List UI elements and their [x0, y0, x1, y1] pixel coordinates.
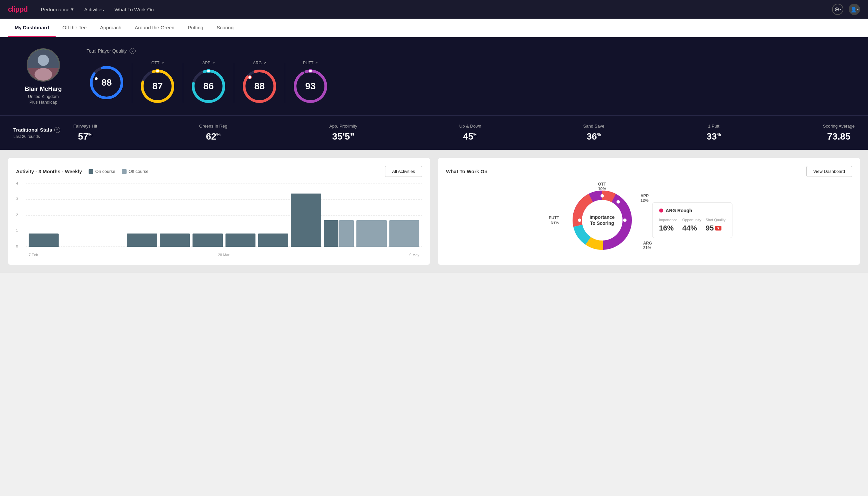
arrow-icon: ↗ [315, 61, 318, 65]
chevron-down-icon: ▾ [839, 7, 841, 11]
x-axis: 7 Feb 28 Mar 9 May [26, 253, 422, 257]
svg-point-24 [617, 200, 620, 203]
tab-scoring[interactable]: Scoring [210, 19, 240, 37]
gauge-putt: PUTT ↗ 93 [290, 61, 330, 105]
stats-header: Total Player Quality ? [86, 48, 855, 54]
info-card-grid: Importance 16% Opportunity 44% Shot Qual… [659, 218, 726, 233]
opportunity-col: Opportunity 44% [682, 218, 703, 233]
x-label-feb: 7 Feb [29, 253, 38, 257]
donut-center: Importance To Scoring [589, 214, 615, 226]
stat-scoring-average: Scoring Average 73.85 [823, 124, 855, 142]
bar-on-course [324, 220, 338, 247]
bar-group-5 [192, 233, 222, 247]
player-info: Blair McHarg United Kingdom Plus Handica… [13, 48, 73, 105]
bar-off-course [339, 220, 354, 247]
divider [132, 63, 132, 103]
chevron-down-icon: ▾ [71, 6, 74, 12]
gauge-arg: ARG ↗ 88 [239, 61, 280, 105]
tab-approach[interactable]: Approach [93, 19, 128, 37]
bar-on-course [192, 233, 222, 247]
nav-activities[interactable]: Activities [84, 0, 104, 18]
card-dot [659, 208, 663, 213]
svg-point-18 [309, 69, 312, 73]
gauge-row: 88 OTT ↗ 87 [86, 61, 855, 105]
tab-putting[interactable]: Putting [181, 19, 210, 37]
all-activities-button[interactable]: All Activities [385, 166, 422, 177]
bar-group-8 [291, 193, 321, 247]
hero-section: Blair McHarg United Kingdom Plus Handica… [0, 37, 868, 115]
chevron-down-icon: ▾ [857, 7, 859, 11]
arrow-icon: ↗ [161, 61, 164, 65]
nav-what-to-work-on[interactable]: What To Work On [114, 0, 154, 18]
bar-off-course [357, 220, 386, 247]
stat-fairways-hit: Fairways Hit 57% [73, 124, 97, 142]
bar-off-course [389, 220, 419, 247]
bar-group-10 [357, 220, 386, 247]
help-icon[interactable]: ? [54, 127, 60, 133]
trad-stats-row: Fairways Hit 57% Greens In Reg 62% App. … [73, 124, 855, 142]
donut-area: Importance To Scoring OTT 10% APP 12% AR… [446, 184, 852, 257]
avatar [27, 48, 60, 82]
arrow-icon: ↗ [263, 61, 266, 65]
chart-legend: On course Off course [89, 169, 148, 174]
divider [285, 63, 285, 103]
tab-off-the-tee[interactable]: Off the Tee [56, 19, 93, 37]
arg-rough-info-card: ARG Rough Importance 16% Opportunity 44%… [652, 202, 733, 238]
putt-outer-label: PUTT 57% [549, 216, 559, 225]
divider [183, 63, 183, 103]
activity-panel-header: Activity - 3 Months - Weekly On course O… [16, 166, 422, 177]
bottom-panels: Activity - 3 Months - Weekly On course O… [0, 150, 868, 273]
legend-on-course: On course [89, 169, 115, 174]
down-arrow-badge: ▼ [715, 226, 722, 231]
bar-group-4 [160, 233, 190, 247]
traditional-stats-section: Traditional Stats ? Last 20 rounds Fairw… [0, 115, 868, 150]
performance-stats: Total Player Quality ? 88 OTT [86, 48, 855, 105]
add-button[interactable]: ⊕ ▾ [832, 4, 843, 15]
svg-point-9 [156, 69, 159, 73]
top-navigation: clippd Performance ▾ Activities What To … [0, 0, 868, 19]
logo[interactable]: clippd [8, 5, 28, 14]
arg-outer-label: ARG 21% [643, 241, 652, 250]
gauge-total-circle: 88 [88, 64, 125, 101]
divider [234, 63, 234, 103]
gauge-putt-circle: 93 [292, 68, 329, 105]
user-avatar[interactable]: 👤 ▾ [849, 4, 860, 15]
app-outer-label: APP 12% [641, 193, 649, 203]
activity-panel-title: Activity - 3 Months - Weekly [16, 169, 82, 174]
donut-chart-container: Importance To Scoring OTT 10% APP 12% AR… [566, 184, 639, 257]
svg-point-6 [95, 77, 98, 80]
bar-group-6 [225, 233, 255, 247]
gauge-arg-circle: 88 [241, 68, 278, 105]
player-country: United Kingdom [28, 94, 59, 99]
svg-point-25 [623, 218, 627, 222]
wtwon-title: What To Work On [446, 169, 487, 174]
tab-my-dashboard[interactable]: My Dashboard [8, 19, 56, 37]
gauge-total: 88 [86, 64, 127, 101]
legend-off-course: Off course [122, 169, 148, 174]
stat-up-down: Up & Down 45% [459, 124, 481, 142]
svg-point-12 [207, 69, 210, 73]
help-icon[interactable]: ? [129, 48, 136, 54]
nav-performance[interactable]: Performance ▾ [41, 0, 74, 18]
gauge-app: APP ↗ 86 [189, 61, 228, 105]
what-to-work-on-panel: What To Work On View Dashboard [438, 158, 860, 265]
bars-container [26, 184, 422, 247]
user-icon: 👤 [850, 6, 857, 13]
tab-around-the-green[interactable]: Around the Green [128, 19, 181, 37]
stat-1-putt: 1 Putt 33% [707, 124, 721, 142]
player-handicap: Plus Handicap [29, 99, 57, 105]
gauge-ott: OTT ↗ 87 [138, 61, 177, 105]
svg-point-26 [578, 218, 581, 222]
bar-on-course [127, 233, 157, 247]
gauge-app-circle: 86 [190, 68, 227, 105]
bar-group-0 [29, 233, 59, 247]
bar-on-course [225, 233, 255, 247]
ott-outer-label: OTT 10% [598, 182, 606, 191]
bar-chart: 4 3 2 1 0 7 Feb 28 Mar 9 May [16, 184, 422, 257]
view-dashboard-button[interactable]: View Dashboard [806, 166, 852, 177]
bar-group-9 [324, 220, 354, 247]
shot-quality-col: Shot Quality 95 ▼ [706, 218, 725, 233]
nav-links: Performance ▾ Activities What To Work On [41, 0, 832, 18]
bar-on-course [258, 233, 288, 247]
bar-group-7 [258, 233, 288, 247]
